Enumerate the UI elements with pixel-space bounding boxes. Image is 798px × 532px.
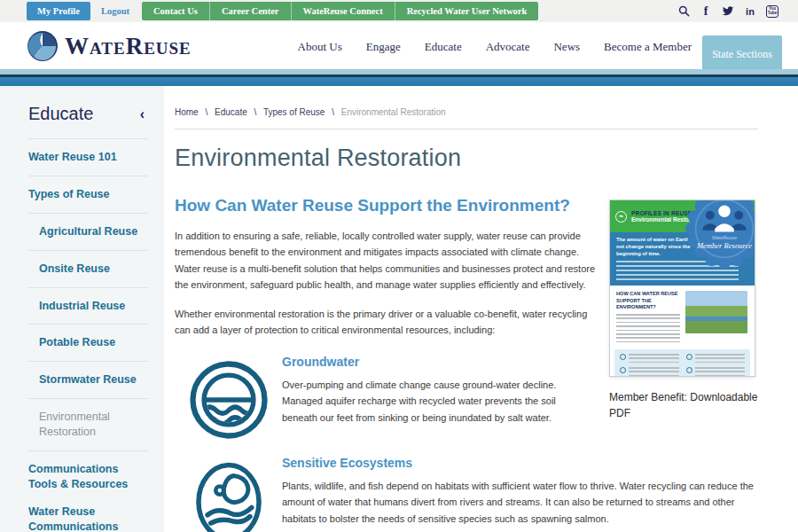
site-header: WateReuse About Us Engage Educate Advoca… bbox=[0, 22, 798, 71]
nav-advocate[interactable]: Advocate bbox=[486, 40, 530, 54]
nav-engage[interactable]: Engage bbox=[366, 40, 401, 54]
groundwater-text: Over-pumping and climate change cause gr… bbox=[282, 377, 592, 426]
thumb-bullet-icon bbox=[686, 367, 692, 373]
utility-links: Contact Us Career Center WateReuse Conne… bbox=[142, 2, 538, 20]
member-resource-rail: ❧ PROFILES IN REUSE: Environmental Resto… bbox=[609, 200, 764, 421]
resource-caption: Member Benefit: Downloadable PDF bbox=[609, 389, 760, 421]
breadcrumb-current: Environmental Restoration bbox=[341, 107, 446, 117]
ecosystems-text: Plants, wildlife, and fish depend on hab… bbox=[282, 478, 761, 527]
sidebar-item-communications-library[interactable]: Water Reuse Communications Library bbox=[28, 503, 148, 532]
sidebar-item-industrial-reuse[interactable]: Industrial Reuse bbox=[28, 287, 148, 325]
breadcrumb-separator: \ bbox=[332, 107, 334, 117]
thumb-body: HOW CAN WATER REUSE SUPPORT THE ENVIRONM… bbox=[610, 286, 755, 349]
breadcrumb-educate[interactable]: Educate bbox=[215, 107, 247, 117]
my-profile-button[interactable]: My Profile bbox=[27, 2, 90, 20]
linkedin-icon[interactable]: in bbox=[744, 5, 756, 18]
watereuse-connect-link[interactable]: WateReuse Connect bbox=[292, 2, 395, 20]
breadcrumb-types-of-reuse[interactable]: Types of Reuse bbox=[263, 107, 325, 117]
watereuse-logo-icon bbox=[27, 30, 59, 62]
breadcrumb-separator: \ bbox=[205, 107, 207, 117]
thumb-bullet-icon bbox=[620, 354, 626, 360]
educate-sidebar: Educate ‹ Water Reuse 101 Types of Reuse… bbox=[0, 86, 164, 532]
divider bbox=[175, 129, 758, 129]
main-nav: About Us Engage Educate Advocate News Be… bbox=[298, 22, 692, 71]
thumb-body-heading: HOW CAN WATER REUSE SUPPORT THE ENVIRONM… bbox=[616, 291, 680, 310]
breadcrumb-separator: \ bbox=[254, 107, 257, 117]
logout-link[interactable]: Logout bbox=[101, 6, 129, 16]
search-icon[interactable] bbox=[677, 5, 690, 18]
thumb-benefits-grid bbox=[614, 349, 750, 377]
svg-text:Member Resource: Member Resource bbox=[696, 241, 752, 250]
pdf-thumbnail[interactable]: ❧ PROFILES IN REUSE: Environmental Resto… bbox=[609, 200, 755, 377]
member-resource-badge: WateReuse Member Resource bbox=[685, 200, 755, 269]
utility-bar: My Profile Logout Contact Us Career Cent… bbox=[0, 0, 798, 22]
thumb-landscape-photo bbox=[685, 291, 747, 333]
breadcrumb: Home \ Educate \ Types of Reuse \ Enviro… bbox=[175, 107, 763, 117]
nav-educate[interactable]: Educate bbox=[425, 40, 462, 54]
intro-paragraph-2: Whether environmental restoration is the… bbox=[175, 306, 602, 339]
groundwater-heading[interactable]: Groundwater bbox=[282, 355, 592, 369]
svg-text:WateReuse: WateReuse bbox=[712, 235, 737, 240]
recycled-water-user-network-link[interactable]: Recycled Water User Network bbox=[395, 2, 539, 20]
sidebar-item-onsite-reuse[interactable]: Onsite Reuse bbox=[28, 250, 148, 287]
state-sections-button[interactable]: State Sections bbox=[702, 35, 782, 73]
sidebar-item-communications-tools[interactable]: Communications Tools & Resources bbox=[28, 450, 148, 503]
sidebar-item-environmental-restoration: Environmental Restoration bbox=[28, 398, 148, 450]
thumb-bullet-icon bbox=[620, 367, 626, 373]
nav-about-us[interactable]: About Us bbox=[298, 40, 342, 54]
ecosystems-heading[interactable]: Sensitive Ecosystems bbox=[282, 456, 761, 470]
groundwater-icon bbox=[189, 360, 269, 440]
main-content: Home \ Educate \ Types of Reuse \ Enviro… bbox=[175, 86, 763, 532]
watereuse-logo[interactable]: WateReuse bbox=[27, 30, 192, 62]
thumb-leaf-icon: ❧ bbox=[615, 211, 627, 223]
sidebar-title: Educate bbox=[28, 104, 93, 124]
career-center-link[interactable]: Career Center bbox=[210, 2, 292, 20]
ecosystems-section: Sensitive Ecosystems Plants, wildlife, a… bbox=[175, 454, 763, 532]
nav-become-a-member[interactable]: Become a Member bbox=[604, 40, 692, 54]
header-accent-blue bbox=[0, 77, 798, 86]
twitter-icon[interactable] bbox=[722, 5, 734, 18]
facebook-icon[interactable]: f bbox=[700, 5, 712, 18]
intro-paragraph-1: In addition to ensuring a safe, reliable… bbox=[175, 228, 602, 293]
sidebar-collapse-icon[interactable]: ‹ bbox=[140, 106, 145, 122]
thumb-bullet-icon bbox=[686, 354, 692, 360]
sidebar-item-agricultural-reuse[interactable]: Agricultural Reuse bbox=[28, 213, 148, 250]
contact-us-link[interactable]: Contact Us bbox=[142, 2, 210, 20]
sidebar-item-potable-reuse[interactable]: Potable Reuse bbox=[28, 324, 148, 361]
nav-news[interactable]: News bbox=[553, 40, 580, 54]
sidebar-item-water-reuse-101[interactable]: Water Reuse 101 bbox=[28, 138, 148, 176]
ecosystem-hand-leaf-icon bbox=[194, 461, 263, 532]
thumb-body-textlines bbox=[616, 314, 680, 344]
page-title: Environmental Restoration bbox=[175, 145, 763, 172]
breadcrumb-home[interactable]: Home bbox=[175, 107, 199, 117]
youtube-icon[interactable]: YouTube bbox=[766, 5, 778, 18]
brand-name: WateReuse bbox=[65, 33, 192, 60]
sidebar-item-types-of-reuse[interactable]: Types of Reuse bbox=[28, 176, 148, 213]
sidebar-item-stormwater-reuse[interactable]: Stormwater Reuse bbox=[28, 361, 148, 398]
